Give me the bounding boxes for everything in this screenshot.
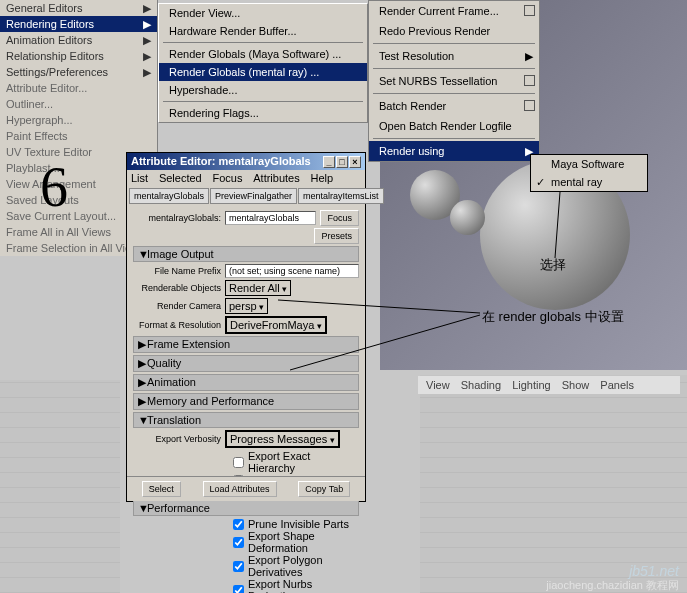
annotation-select: 选择 <box>540 256 566 274</box>
lbl-export-verbosity: Export Verbosity <box>133 434 221 444</box>
panel-menu-shading[interactable]: Shading <box>461 379 501 391</box>
check-icon: ✓ <box>536 176 545 189</box>
menu-general-editors[interactable]: General Editors▶ <box>0 0 157 16</box>
rendering-editors-submenu: Render View... Hardware Render Buffer...… <box>158 3 368 123</box>
tab-mentalrayitemslist[interactable]: mentalrayItemsList <box>298 188 384 204</box>
redo-previous-render[interactable]: Redo Previous Render <box>369 21 539 41</box>
batch-render[interactable]: Batch Render <box>369 96 539 116</box>
lbl-format-resolution: Format & Resolution <box>133 320 221 330</box>
panel-menu-panels[interactable]: Panels <box>600 379 634 391</box>
field-filename-prefix[interactable]: (not set; using scene name) <box>225 264 359 278</box>
menu-item-blur[interactable]: Attribute Editor... <box>0 80 157 96</box>
arrow-icon: ▶ <box>143 66 151 79</box>
section-memory[interactable]: ▶Memory and Performance <box>133 393 359 410</box>
select-render-camera[interactable]: persp ▾ <box>225 298 268 314</box>
menu-help[interactable]: Help <box>311 172 334 184</box>
presets-button[interactable]: Presets <box>314 228 359 244</box>
arrow-icon: ▶ <box>143 18 151 31</box>
section-frame-extension[interactable]: ▶Frame Extension <box>133 336 359 353</box>
lbl-filename-prefix: File Name Prefix <box>133 266 221 276</box>
section-animation[interactable]: ▶Animation <box>133 374 359 391</box>
panel-menu-show[interactable]: Show <box>562 379 590 391</box>
option-box-icon[interactable] <box>524 75 535 86</box>
separator <box>373 138 535 139</box>
tab-mentalrayglobals[interactable]: mentalrayGlobals <box>129 188 209 204</box>
menu-relationship-editors[interactable]: Relationship Editors▶ <box>0 48 157 64</box>
titlebar[interactable]: Attribute Editor: mentalrayGlobals _□× <box>127 153 365 170</box>
lbl-render-camera: Render Camera <box>133 301 221 311</box>
sub-render-view[interactable]: Render View... <box>159 4 367 22</box>
lbl-renderable-objects: Renderable Objects <box>133 283 221 293</box>
watermark2: jiaocheng.chazidian 教程网 <box>546 578 679 593</box>
separator <box>373 68 535 69</box>
sub-rendering-flags[interactable]: Rendering Flags... <box>159 104 367 122</box>
sub-render-globals-mentalray[interactable]: Render Globals (mental ray) ... <box>159 63 367 81</box>
close-icon[interactable]: × <box>349 156 361 168</box>
select-format-resolution[interactable]: DeriveFromMaya ▾ <box>225 316 327 334</box>
option-box-icon[interactable] <box>524 100 535 111</box>
menu-list[interactable]: List <box>131 172 148 184</box>
copy-tab-button[interactable]: Copy Tab <box>298 481 350 497</box>
arrow-icon: ▶ <box>143 2 151 15</box>
separator <box>373 43 535 44</box>
twist-right-icon: ▶ <box>138 357 147 370</box>
render-current-frame[interactable]: Render Current Frame... <box>369 1 539 21</box>
menu-rendering-editors[interactable]: Rendering Editors▶ <box>0 16 157 32</box>
menu-animation-editors[interactable]: Animation Editors▶ <box>0 32 157 48</box>
step-number: 6 <box>40 155 68 219</box>
cb-export-shape-deform[interactable]: Export Shape Deformation <box>233 530 359 554</box>
section-quality[interactable]: ▶Quality <box>133 355 359 372</box>
panel-menu-lighting[interactable]: Lighting <box>512 379 551 391</box>
render-using-submenu: Maya Software ✓mental ray <box>530 154 648 192</box>
menu-attributes[interactable]: Attributes <box>253 172 299 184</box>
render-menu: Render Current Frame... Redo Previous Re… <box>368 0 540 162</box>
renderer-mental-ray[interactable]: ✓mental ray <box>531 173 647 191</box>
set-nurbs-tessellation[interactable]: Set NURBS Tessellation <box>369 71 539 91</box>
tab-previewfinalgather[interactable]: PreviewFinalgather <box>210 188 297 204</box>
node-name-label: mentalrayGlobals: <box>133 213 221 223</box>
arrow-icon: ▶ <box>143 34 151 47</box>
twist-right-icon: ▶ <box>138 338 147 351</box>
menu-focus[interactable]: Focus <box>213 172 243 184</box>
menu-item-blur[interactable]: Outliner... <box>0 96 157 112</box>
section-image-output[interactable]: ▼Image Output <box>133 246 359 262</box>
minimize-icon[interactable]: _ <box>323 156 335 168</box>
section-translation[interactable]: ▼Translation <box>133 412 359 428</box>
cb-export-polygon-deriv[interactable]: Export Polygon Derivatives <box>233 554 359 578</box>
cb-export-hierarchy[interactable]: Export Exact Hierarchy <box>233 450 359 474</box>
open-batch-logfile[interactable]: Open Batch Render Logfile <box>369 116 539 136</box>
menu-item-blur[interactable]: Hypergraph... <box>0 112 157 128</box>
sub-hw-render-buffer[interactable]: Hardware Render Buffer... <box>159 22 367 40</box>
menu-item-blur[interactable]: Paint Effects <box>0 128 157 144</box>
menu-settings-prefs[interactable]: Settings/Preferences▶ <box>0 64 157 80</box>
window-title: Attribute Editor: mentalrayGlobals <box>131 155 311 168</box>
render-using[interactable]: Render using▶ <box>369 141 539 161</box>
twist-down-icon: ▼ <box>138 414 147 426</box>
twist-down-icon: ▼ <box>138 502 147 514</box>
sub-render-globals-maya[interactable]: Render Globals (Maya Software) ... <box>159 45 367 63</box>
twist-down-icon: ▼ <box>138 248 147 260</box>
grid-left <box>0 380 120 593</box>
focus-button[interactable]: Focus <box>320 210 359 226</box>
sub-hypershade[interactable]: Hypershade... <box>159 81 367 99</box>
renderer-maya-software[interactable]: Maya Software <box>531 155 647 173</box>
node-name-field[interactable]: mentalrayGlobals <box>225 211 316 225</box>
load-attributes-button[interactable]: Load Attributes <box>203 481 277 497</box>
select-button[interactable]: Select <box>142 481 181 497</box>
select-export-verbosity[interactable]: Progress Messages ▾ <box>225 430 340 448</box>
section-performance[interactable]: ▼Performance <box>133 500 359 516</box>
select-renderable-objects[interactable]: Render All ▾ <box>225 280 291 296</box>
tab-bar: mentalrayGlobals PreviewFinalgather ment… <box>127 186 365 206</box>
maximize-icon[interactable]: □ <box>336 156 348 168</box>
cb-prune-invisible[interactable]: Prune Invisible Parts <box>233 518 359 530</box>
menu-selected[interactable]: Selected <box>159 172 202 184</box>
panel-menu-view[interactable]: View <box>426 379 450 391</box>
panel-menubar: View Shading Lighting Show Panels <box>418 376 680 394</box>
twist-right-icon: ▶ <box>138 395 147 408</box>
test-resolution[interactable]: Test Resolution▶ <box>369 46 539 66</box>
attr-menubar: List Selected Focus Attributes Help <box>127 170 365 186</box>
annotation-set-in-render-globals: 在 render globals 中设置 <box>482 308 624 326</box>
cb-export-nurbs-deriv[interactable]: Export Nurbs Derivatives <box>233 578 359 593</box>
option-box-icon[interactable] <box>524 5 535 16</box>
separator <box>373 93 535 94</box>
